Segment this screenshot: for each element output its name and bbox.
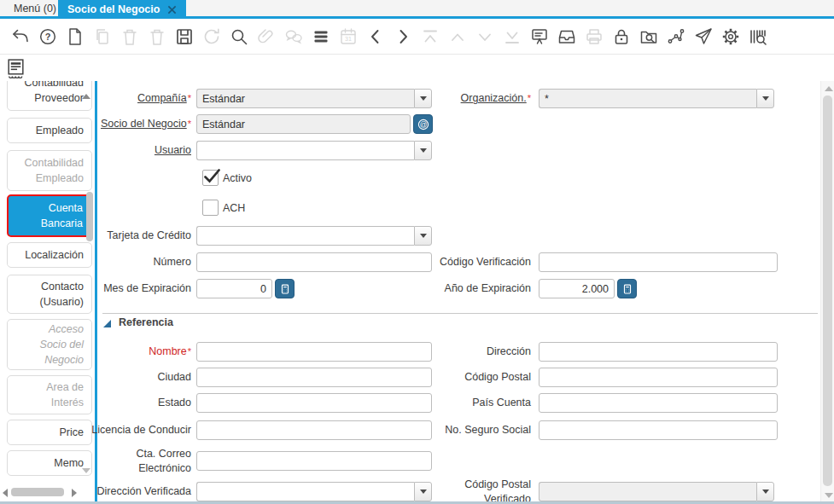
compania-combobox[interactable]: Estándar <box>196 89 432 108</box>
tab-contacto-usuario[interactable]: Contacto (Usuario) <box>7 275 92 314</box>
nombre-field[interactable] <box>196 342 432 362</box>
tab-localizacion[interactable]: Localización <box>7 242 92 268</box>
new-record-icon[interactable] <box>65 26 85 47</box>
label-tarjeta-credito: Tarjeta de Crédito <box>89 226 191 246</box>
label-licencia-conducir: Licencia de Conducir <box>89 420 191 440</box>
svg-text:@: @ <box>419 120 427 129</box>
toggle-detail-pane-icon[interactable] <box>5 57 26 78</box>
correo-electronico-field[interactable] <box>196 451 432 471</box>
send-mail-icon[interactable] <box>693 26 714 47</box>
delete-selection-icon[interactable] <box>147 26 167 47</box>
attachment-icon[interactable] <box>256 26 277 47</box>
licencia-conducir-field[interactable] <box>196 420 432 440</box>
archive-icon[interactable] <box>557 26 577 47</box>
scroll-down-icon[interactable] <box>825 493 833 498</box>
calendar-icon[interactable]: 31 <box>338 26 359 47</box>
detail-tab-list: Contabilidad Proveedor Empleado Contabil… <box>7 81 92 488</box>
label-organizacion[interactable]: Organización.* <box>432 89 531 108</box>
chevron-down-icon[interactable] <box>756 89 774 108</box>
anio-expiracion-field[interactable]: 2.000 <box>539 279 615 298</box>
mes-expiracion-field[interactable]: 0 <box>196 279 272 298</box>
tab-socio-del-negocio[interactable]: Socio del Negocio <box>58 0 186 19</box>
codigo-postal-field[interactable] <box>539 368 778 387</box>
pais-cuenta-field[interactable] <box>539 393 778 413</box>
workflow-icon[interactable] <box>666 26 686 47</box>
label-anio-expiracion: Año de Expiración <box>432 279 531 298</box>
collapse-group-icon[interactable] <box>103 320 111 327</box>
label-codigo-verificacion: Código Verificación <box>432 252 531 272</box>
calculator-button[interactable] <box>275 279 295 298</box>
chat-icon[interactable] <box>283 26 304 47</box>
detail-record-icon[interactable] <box>475 26 495 47</box>
close-icon[interactable] <box>167 5 177 14</box>
ach-checkbox[interactable] <box>202 200 219 216</box>
label-direccion: Dirección <box>432 342 531 362</box>
svg-text:31: 31 <box>345 36 352 42</box>
socio-del-negocio-field[interactable]: Estándar <box>196 114 411 134</box>
copy-record-icon[interactable] <box>92 26 113 47</box>
find-icon[interactable] <box>229 26 249 47</box>
ciudad-field[interactable] <box>196 368 432 387</box>
record-info-button[interactable]: @ <box>413 114 433 134</box>
label-cp-verificado: Código Postal Verificado <box>432 482 531 501</box>
help-icon[interactable]: ? <box>38 26 58 47</box>
estado-field[interactable] <box>196 393 432 413</box>
codigo-verificacion-field[interactable] <box>539 252 778 272</box>
label-usuario[interactable]: Usuario <box>89 141 191 160</box>
label-seguro-social: No. Seguro Social <box>432 420 531 440</box>
first-record-icon[interactable] <box>420 26 440 47</box>
sidebar-hscroll-right-icon[interactable] <box>72 489 77 497</box>
chevron-down-icon[interactable] <box>414 89 432 108</box>
print-icon[interactable] <box>584 26 604 47</box>
direccion-field[interactable] <box>539 342 778 362</box>
label-compania[interactable]: Compañía* <box>89 89 191 108</box>
product-info-icon[interactable] <box>748 26 768 47</box>
tab-contabilidad-empleado[interactable]: Contabilidad Empleado <box>7 150 92 191</box>
previous-record-icon[interactable] <box>365 26 386 47</box>
parent-record-icon[interactable] <box>447 26 468 47</box>
window-scrollbar-thumb[interactable] <box>823 96 832 486</box>
toggle-grid-icon[interactable] <box>311 26 331 47</box>
last-record-icon[interactable] <box>502 26 522 47</box>
cp-verificado-combobox[interactable] <box>539 482 774 501</box>
tarjeta-credito-combobox[interactable] <box>196 226 432 246</box>
delete-record-icon[interactable] <box>120 26 140 47</box>
label-ciudad: Ciudad <box>89 368 191 387</box>
organizacion-combobox[interactable]: * <box>539 89 774 108</box>
tab-area-interes[interactable]: Area de Interés <box>7 375 92 414</box>
label-estado: Estado <box>89 393 191 413</box>
usuario-combobox[interactable] <box>196 141 432 160</box>
refresh-icon[interactable] <box>201 26 222 47</box>
chevron-down-icon[interactable] <box>414 226 432 246</box>
label-socio-del-negocio[interactable]: Socio del Negocio* <box>89 114 191 134</box>
scroll-up-icon[interactable] <box>825 86 833 91</box>
calculator-button[interactable] <box>617 279 637 298</box>
zoom-across-icon[interactable] <box>639 26 659 47</box>
label-pais-cuenta: País Cuenta <box>432 393 531 413</box>
next-record-icon[interactable] <box>393 26 413 47</box>
numero-field[interactable] <box>196 252 432 272</box>
svg-text:?: ? <box>45 32 51 42</box>
chevron-down-icon[interactable] <box>414 141 432 160</box>
chevron-down-icon[interactable] <box>756 482 774 501</box>
toolbar: ? 31 <box>0 19 834 55</box>
report-icon[interactable] <box>529 26 550 47</box>
active-tab-label: Socio del Negocio <box>67 3 160 15</box>
lock-icon[interactable] <box>611 26 632 47</box>
tab-acceso-socio[interactable]: Acceso Socio del Negocio <box>7 319 92 370</box>
sidebar-hscroll-left-icon[interactable] <box>3 489 8 497</box>
tab-memo[interactable]: Memo <box>7 450 92 476</box>
label-nombre: Nombre* <box>89 342 191 362</box>
activo-checkbox[interactable] <box>202 170 219 186</box>
direccion-verificada-combobox[interactable] <box>196 482 432 501</box>
undo-icon[interactable] <box>10 26 31 47</box>
tab-cuenta-bancaria[interactable]: Cuenta Bancaria <box>7 194 92 237</box>
tab-empleado[interactable]: Empleado <box>7 118 92 143</box>
preferences-icon[interactable] <box>720 26 741 47</box>
sidebar-hscrollbar-thumb[interactable] <box>11 488 64 496</box>
chevron-down-icon[interactable] <box>414 482 432 501</box>
tab-price[interactable]: Price <box>7 420 92 445</box>
seguro-social-field[interactable] <box>539 420 778 440</box>
save-icon[interactable] <box>174 26 195 47</box>
tab-contabilidad-proveedor[interactable]: Contabilidad Proveedor <box>7 81 92 111</box>
